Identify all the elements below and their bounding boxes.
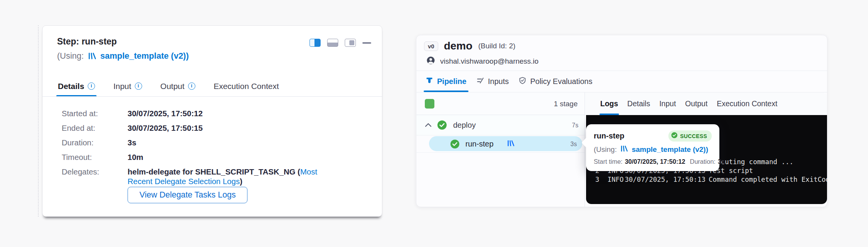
tooltip-step-name: run-step bbox=[594, 132, 624, 140]
pane-resize-handle[interactable] bbox=[38, 25, 39, 217]
tab-execution-context[interactable]: Execution Context bbox=[213, 76, 280, 96]
stage-count-label: 1 stage bbox=[554, 100, 578, 108]
version-badge: v0 bbox=[424, 41, 438, 51]
view-delegate-tasks-logs-button[interactable]: View Delegate Tasks Logs bbox=[128, 187, 247, 203]
minimize-icon[interactable] bbox=[362, 42, 371, 44]
step-row-run-step[interactable]: run-step 3s bbox=[416, 135, 585, 153]
screenshot-canvas: Step: run-step (Using: sample_template (… bbox=[0, 0, 868, 247]
check-circle-icon bbox=[450, 139, 460, 150]
step-name: run-step bbox=[465, 140, 493, 148]
tooltip-times-line: Start time: 30/07/2025, 17:50:12 Duratio… bbox=[594, 158, 712, 165]
step-status-tooltip: run-step SUCCESS (Using: sample_template… bbox=[586, 124, 719, 171]
inputs-icon bbox=[477, 77, 484, 86]
info-icon[interactable]: i bbox=[188, 82, 195, 90]
stage-list-header: 1 stage bbox=[416, 92, 585, 115]
check-circle-icon bbox=[671, 132, 678, 140]
step-log-tabs: Logs Details Input Output Execution Cont… bbox=[585, 92, 827, 115]
check-circle-icon bbox=[437, 120, 447, 132]
user-email: vishal.vishwaroop@harness.io bbox=[440, 57, 539, 66]
tab-output[interactable]: Output i bbox=[160, 76, 196, 96]
log-line: 3 INFO 30/07/2025, 17:50:13 Command comp… bbox=[595, 176, 824, 184]
detail-row-timeout: Timeout: 10m bbox=[62, 152, 364, 162]
tab-pipeline[interactable]: Pipeline bbox=[426, 71, 467, 92]
pipeline-icon bbox=[426, 77, 433, 86]
stage-duration: 7s bbox=[572, 122, 578, 129]
tooltip-using-line: (Using: sample_template (v2)) bbox=[594, 145, 712, 154]
step-title: Step: run-step bbox=[57, 36, 117, 47]
policy-evaluations-icon bbox=[519, 77, 526, 86]
step-details-card: Step: run-step (Using: sample_template (… bbox=[42, 25, 382, 217]
pipeline-name: demo bbox=[444, 40, 473, 52]
info-icon[interactable]: i bbox=[135, 82, 142, 90]
detail-row-delegates: Delegates: helm-delegate for SHELL_SCRIP… bbox=[62, 167, 364, 186]
tab-log-output[interactable]: Output bbox=[685, 92, 709, 115]
template-link[interactable]: sample_template (v2)) bbox=[100, 51, 189, 61]
tab-inputs[interactable]: Inputs bbox=[477, 71, 509, 92]
delegates-value: helm-delegate for SHELL_SCRIPT_TASK_NG (… bbox=[128, 167, 334, 186]
step-detail-tabs: Details i Input i Output i Execution Con… bbox=[57, 76, 280, 96]
chevron-up-icon[interactable] bbox=[425, 122, 432, 129]
detail-row-started-at: Started at: 30/07/2025, 17:50:12 bbox=[62, 109, 364, 118]
build-id-label: (Build Id: 2) bbox=[478, 42, 515, 50]
template-icon bbox=[507, 140, 515, 148]
window-layout-controls bbox=[310, 39, 371, 47]
detail-row-duration: Duration: 3s bbox=[62, 138, 364, 147]
using-prefix-label: (Using: bbox=[57, 51, 84, 61]
tab-input[interactable]: Input i bbox=[113, 76, 143, 96]
step-using-line: (Using: sample_template (v2)) bbox=[57, 51, 189, 61]
step-duration: 3s bbox=[570, 141, 577, 148]
tab-log-details[interactable]: Details bbox=[627, 92, 651, 115]
execution-panel: v0 demo (Build Id: 2) vishal.vishwaroop@… bbox=[416, 35, 827, 207]
stage-name: deploy bbox=[453, 121, 476, 130]
split-view-icon[interactable] bbox=[310, 39, 321, 47]
info-icon[interactable]: i bbox=[88, 82, 95, 90]
stage-status-square[interactable] bbox=[425, 99, 434, 109]
detail-row-ended-at: Ended at: 30/07/2025, 17:50:15 bbox=[62, 123, 364, 133]
bottom-view-icon[interactable] bbox=[327, 39, 338, 47]
tab-details[interactable]: Details i bbox=[57, 76, 96, 96]
execution-header: v0 demo (Build Id: 2) bbox=[424, 40, 516, 52]
template-icon bbox=[620, 145, 628, 154]
template-link[interactable]: sample_template (v2)) bbox=[632, 145, 708, 154]
tabs-divider bbox=[43, 96, 382, 97]
tab-policy-evaluations[interactable]: Policy Evaluations bbox=[519, 71, 592, 92]
step-detail-rows: Started at: 30/07/2025, 17:50:12 Ended a… bbox=[62, 109, 364, 191]
tab-log-execution-context[interactable]: Execution Context bbox=[716, 92, 778, 115]
stage-row-deploy[interactable]: deploy 7s bbox=[416, 115, 585, 135]
tab-log-input[interactable]: Input bbox=[658, 92, 676, 115]
execution-tabs: Pipeline Inputs Policy Evaluations bbox=[426, 71, 593, 92]
tab-logs[interactable]: Logs bbox=[599, 92, 619, 115]
template-icon bbox=[88, 52, 97, 60]
triggered-by-row: vishal.vishwaroop@harness.io bbox=[426, 56, 539, 67]
floating-view-icon[interactable] bbox=[345, 39, 356, 47]
status-badge: SUCCESS bbox=[668, 130, 712, 142]
user-avatar-icon bbox=[426, 56, 435, 67]
